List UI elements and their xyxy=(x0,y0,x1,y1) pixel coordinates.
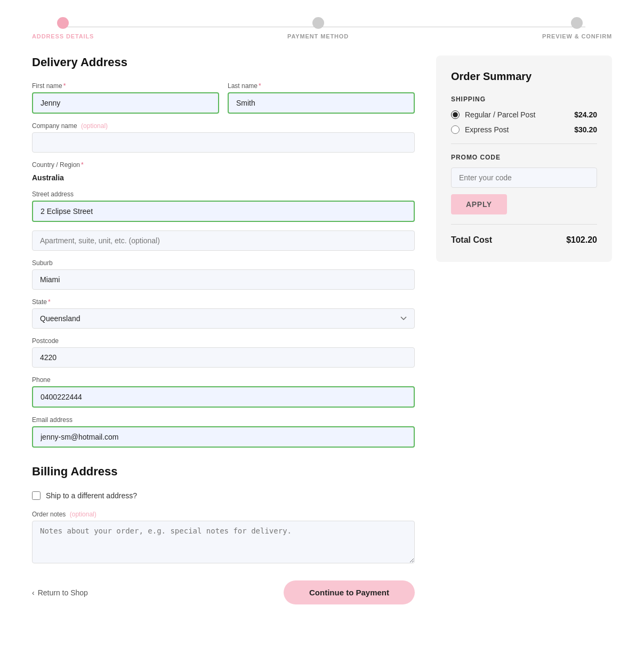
total-label: Total Cost xyxy=(451,235,492,245)
ship-different-group[interactable]: Ship to a different address? xyxy=(32,491,415,500)
last-name-group: Last name* xyxy=(228,82,415,114)
step-circle-address xyxy=(57,17,69,29)
promo-code-input[interactable] xyxy=(451,168,597,188)
continue-to-payment-button[interactable]: Continue to Payment xyxy=(284,580,415,604)
shipping-label-regular: Regular / Parcel Post xyxy=(465,110,535,119)
step-label-preview: PREVIEW & CONFIRM xyxy=(542,33,612,39)
ship-different-checkbox[interactable] xyxy=(32,491,41,500)
billing-section: Billing Address Ship to a different addr… xyxy=(32,465,415,563)
country-region-label: Country / Region* xyxy=(32,161,415,169)
promo-heading: PROMO CODE xyxy=(451,154,597,161)
shipping-label-express: Express Post xyxy=(465,125,509,134)
street-address-input[interactable] xyxy=(32,201,415,222)
email-label: Email address xyxy=(32,416,415,424)
suburb-group: Suburb xyxy=(32,259,415,290)
step-circle-payment xyxy=(312,17,324,29)
suburb-input[interactable] xyxy=(32,269,415,290)
postcode-group: Postcode xyxy=(32,337,415,368)
street-address-group: Street address xyxy=(32,190,415,222)
order-summary: Order Summary SHIPPING Regular / Parcel … xyxy=(436,55,612,262)
name-row: First name* Last name* xyxy=(32,82,415,114)
street-address-label: Street address xyxy=(32,190,415,198)
shipping-heading: SHIPPING xyxy=(451,95,597,103)
order-notes-label: Order notes (optional) xyxy=(32,511,415,518)
phone-group: Phone xyxy=(32,376,415,408)
summary-title: Order Summary xyxy=(451,70,597,83)
step-payment-method[interactable]: PAYMENT METHOD xyxy=(287,17,349,39)
shipping-price-regular: $24.20 xyxy=(574,110,597,119)
billing-title: Billing Address xyxy=(32,465,415,479)
return-to-shop-link[interactable]: ‹ Return to Shop xyxy=(32,588,88,597)
order-notes-textarea[interactable] xyxy=(32,521,415,563)
state-group: State* Queensland New South Wales Victor… xyxy=(32,298,415,329)
shipping-radio-express[interactable] xyxy=(451,125,460,134)
company-name-label: Company name (optional) xyxy=(32,122,415,130)
form-section: Delivery Address First name* Last name* … xyxy=(32,55,415,604)
step-preview-confirm[interactable]: PREVIEW & CONFIRM xyxy=(542,17,612,39)
first-name-input[interactable] xyxy=(32,92,219,114)
form-footer: ‹ Return to Shop Continue to Payment xyxy=(32,580,415,604)
last-name-label: Last name* xyxy=(228,82,415,90)
progress-bar: ADDRESS DETAILS PAYMENT METHOD PREVIEW &… xyxy=(0,0,644,50)
phone-input[interactable] xyxy=(32,386,415,408)
return-label: Return to Shop xyxy=(38,588,88,597)
company-name-input[interactable] xyxy=(32,132,415,153)
country-value: Australia xyxy=(32,173,415,182)
shipping-option-regular[interactable]: Regular / Parcel Post $24.20 xyxy=(451,110,597,119)
first-name-group: First name* xyxy=(32,82,219,114)
postcode-input[interactable] xyxy=(32,347,415,368)
suburb-label: Suburb xyxy=(32,259,415,267)
order-notes-group: Order notes (optional) xyxy=(32,511,415,563)
divider-1 xyxy=(451,144,597,144)
step-label-address: ADDRESS DETAILS xyxy=(32,33,94,39)
apartment-group xyxy=(32,230,415,251)
divider-2 xyxy=(451,224,597,225)
email-input[interactable] xyxy=(32,426,415,448)
last-name-input[interactable] xyxy=(228,92,415,114)
company-name-group: Company name (optional) xyxy=(32,122,415,153)
phone-label: Phone xyxy=(32,376,415,384)
first-name-label: First name* xyxy=(32,82,219,90)
chevron-left-icon: ‹ xyxy=(32,588,35,597)
state-select[interactable]: Queensland New South Wales Victoria West… xyxy=(32,308,415,329)
total-row: Total Cost $102.20 xyxy=(451,235,597,245)
step-circle-preview xyxy=(571,17,583,29)
state-label: State* xyxy=(32,298,415,306)
step-address-details[interactable]: ADDRESS DETAILS xyxy=(32,17,94,39)
apartment-input[interactable] xyxy=(32,230,415,251)
ship-different-label: Ship to a different address? xyxy=(46,491,137,500)
postcode-label: Postcode xyxy=(32,337,415,345)
shipping-price-express: $30.20 xyxy=(574,125,597,134)
email-group: Email address xyxy=(32,416,415,448)
main-layout: Delivery Address First name* Last name* … xyxy=(0,50,644,626)
step-label-payment: PAYMENT METHOD xyxy=(287,33,349,39)
delivery-title: Delivery Address xyxy=(32,55,415,69)
total-value: $102.20 xyxy=(566,235,597,245)
shipping-option-express[interactable]: Express Post $30.20 xyxy=(451,125,597,134)
shipping-radio-regular[interactable] xyxy=(451,110,460,119)
country-region-group: Country / Region* Australia xyxy=(32,161,415,182)
apply-promo-button[interactable]: APPLY xyxy=(451,194,507,214)
